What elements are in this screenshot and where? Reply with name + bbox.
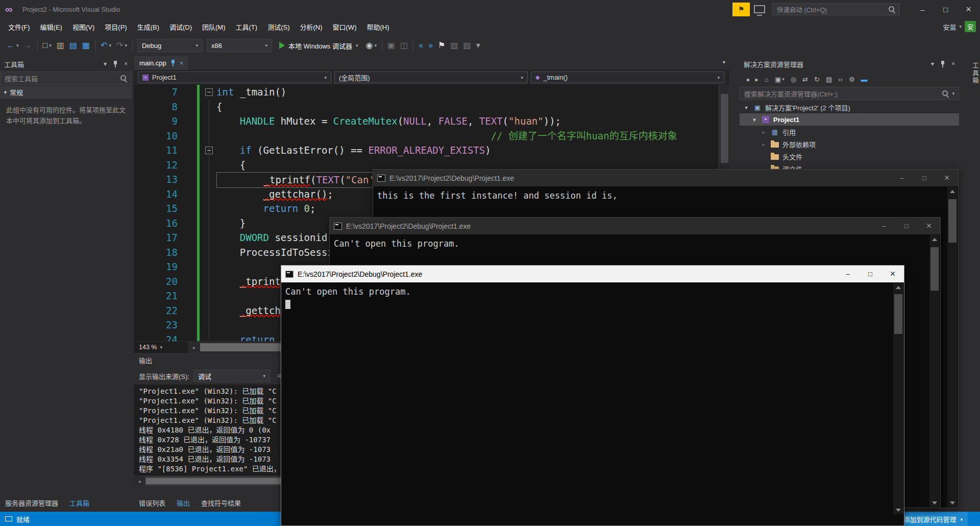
minimize-button[interactable] xyxy=(873,218,895,234)
navigate-back-button[interactable]: ←▾ xyxy=(4,38,21,53)
console-window-3[interactable]: E:\vs2017\Project2\Debug\Project1.exe Ca… xyxy=(281,265,904,526)
uncomment-button[interactable]: ▨ xyxy=(461,38,474,53)
minimize-button[interactable] xyxy=(837,266,859,282)
scroll-up-icon[interactable] xyxy=(929,235,940,244)
pin-icon[interactable] xyxy=(170,60,176,66)
minimize-button[interactable] xyxy=(911,0,934,18)
undo-button[interactable]: ↶▾ xyxy=(98,38,114,53)
tree-item-1[interactable]: 解决方案'Project2' (2 个项目) xyxy=(740,101,959,113)
user-avatar[interactable]: 安 xyxy=(965,21,976,32)
output-source-dropdown[interactable]: 调试 ▾ xyxy=(193,370,270,382)
pending-changes-icon[interactable]: ◎ xyxy=(789,76,798,83)
panel-tab-left-2[interactable]: 工具箱 xyxy=(69,498,89,508)
indent-button[interactable]: » xyxy=(426,38,435,53)
menu-item-4[interactable]: 项目(P) xyxy=(100,19,132,35)
bookmark-button[interactable]: ⚑ xyxy=(435,38,448,53)
toolbox-section-general[interactable]: ▾ 常规 xyxy=(0,86,132,99)
code-line-8[interactable]: 8{ xyxy=(134,100,729,114)
scope-dropdown[interactable]: (全局范围) ▾ xyxy=(334,71,528,83)
outdent-button[interactable]: « xyxy=(416,38,426,53)
menu-item-3[interactable]: 视图(V) xyxy=(67,19,100,35)
panel-tab-center-3[interactable]: 查找符号结果 xyxy=(201,498,241,508)
scroll-up-icon[interactable] xyxy=(947,187,958,196)
add-to-source-control-button[interactable]: 添加到源代码管理 ▴ xyxy=(898,512,968,526)
refresh-icon[interactable]: ↻ xyxy=(812,76,822,83)
project-dropdown[interactable]: + Project1 ▾ xyxy=(138,71,331,83)
code-line-9[interactable]: 9 HANDLE hMutex = CreateMutex(NULL, FALS… xyxy=(134,114,729,129)
close-button[interactable] xyxy=(957,0,980,18)
menu-item-10[interactable]: 分析(N) xyxy=(295,19,327,35)
console-scrollbar[interactable] xyxy=(947,187,958,507)
code-line-7[interactable]: 7int _tmain() xyxy=(134,85,729,100)
console-titlebar[interactable]: E:\vs2017\Project2\Debug\Project1.exe xyxy=(373,170,958,186)
console-titlebar[interactable]: E:\vs2017\Project2\Debug\Project1.exe xyxy=(330,218,940,234)
autohide-tab-toolbox[interactable]: 工具箱 xyxy=(959,62,980,85)
console-scrollbar[interactable] xyxy=(893,283,903,514)
menu-item-2[interactable]: 编辑(E) xyxy=(35,19,67,35)
navigate-to-button[interactable]: ◫ xyxy=(398,38,410,53)
code-line-10[interactable]: 10 // 创建了一个名字叫huan的互斥内核对象 xyxy=(134,129,729,144)
start-debugging-button[interactable]: 本地 Windows 调试器▾ xyxy=(274,38,363,53)
toolbar-overflow-button[interactable]: ▾ xyxy=(474,38,483,53)
pin-icon[interactable] xyxy=(113,61,118,67)
save-all-button[interactable]: ▦ xyxy=(80,38,92,53)
profiler-button[interactable]: ◉▾ xyxy=(363,38,379,53)
close-button[interactable] xyxy=(936,170,958,186)
home-icon[interactable]: ⌂ xyxy=(763,76,771,83)
sync-with-active-document-icon[interactable]: ⇄ xyxy=(800,76,810,83)
method-dropdown[interactable]: ◆ _tmain() ▾ xyxy=(531,71,724,83)
menu-item-12[interactable]: 帮助(H) xyxy=(361,19,394,35)
open-file-button[interactable]: ▥ xyxy=(54,38,67,53)
console-titlebar[interactable]: E:\vs2017\Project2\Debug\Project1.exe xyxy=(281,266,904,282)
tab-well-dropdown-icon[interactable]: ▾ xyxy=(723,59,725,65)
tree-item-4[interactable]: 外部依赖项 xyxy=(740,138,959,150)
forward-icon[interactable]: ▸ xyxy=(753,76,761,83)
titlebar[interactable]: ∞ Project2 - Microsoft Visual Studio ⚑ 快… xyxy=(0,0,980,18)
scroll-up-icon[interactable] xyxy=(893,283,903,292)
send-feedback-icon[interactable] xyxy=(754,5,765,13)
maximize-button[interactable] xyxy=(859,266,881,282)
tree-item-2[interactable]: +Project1 xyxy=(740,113,959,126)
solution-configuration-combo[interactable]: Debug▾ xyxy=(137,39,203,52)
menu-item-5[interactable]: 生成(B) xyxy=(132,19,164,35)
maximize-button[interactable] xyxy=(895,218,918,234)
feedback-flag-icon[interactable]: ⚑ xyxy=(732,3,750,16)
find-in-files-button[interactable]: ▣ xyxy=(385,38,398,53)
collapse-all-icon[interactable]: ▬ xyxy=(859,76,870,83)
new-file-button[interactable]: □▾ xyxy=(40,38,54,53)
solution-platform-combo[interactable]: x86▾ xyxy=(207,39,272,52)
close-icon[interactable]: × xyxy=(124,60,128,67)
solution-explorer-search-input[interactable]: 搜索解决方案资源管理器(Ctrl+;) ▾ xyxy=(740,87,959,100)
user-name[interactable]: 安苗 xyxy=(943,22,956,32)
tree-item-5[interactable]: 头文件 xyxy=(740,150,959,162)
toolbox-search-input[interactable]: 搜索工具箱 xyxy=(0,71,132,85)
tab-main-cpp[interactable]: main.cpp × xyxy=(134,56,188,70)
scroll-down-icon[interactable] xyxy=(947,498,958,507)
console-scrollbar[interactable] xyxy=(929,235,940,507)
menu-item-8[interactable]: 工具(T) xyxy=(231,19,263,35)
chevron-down-icon[interactable]: ▾ xyxy=(931,60,934,67)
zoom-selector[interactable]: 143 % ▾ xyxy=(134,344,188,351)
panel-tab-center-2[interactable]: 输出 xyxy=(177,498,190,508)
menu-item-9[interactable]: 测试(S) xyxy=(262,19,295,35)
comment-button[interactable]: ▧ xyxy=(448,38,460,53)
menu-item-11[interactable]: 窗口(W) xyxy=(328,19,362,35)
minimize-button[interactable] xyxy=(891,170,913,186)
view-code-icon[interactable]: ‹› xyxy=(836,76,845,83)
redo-button[interactable]: ↷▾ xyxy=(114,38,130,53)
show-all-files-icon[interactable]: ▤ xyxy=(824,76,834,83)
close-button[interactable] xyxy=(918,218,940,234)
scroll-left-icon[interactable]: ◂ xyxy=(188,342,199,353)
tree-item-3[interactable]: 引用 xyxy=(740,126,959,138)
maximize-button[interactable] xyxy=(934,0,957,18)
close-icon[interactable]: × xyxy=(951,60,955,67)
properties-icon[interactable]: ⚙ xyxy=(847,76,857,83)
scroll-left-icon[interactable]: ◂ xyxy=(134,476,145,486)
chevron-down-icon[interactable]: ▾ xyxy=(104,60,107,67)
scroll-down-icon[interactable] xyxy=(929,498,940,507)
code-line-11[interactable]: 11 if (GetLastError() == ERROR_ALREADY_E… xyxy=(134,143,729,158)
maximize-button[interactable] xyxy=(913,170,936,186)
fold-collapse-icon[interactable] xyxy=(205,88,213,96)
panel-tab-left-1[interactable]: 服务器资源管理器 xyxy=(5,498,58,508)
menu-item-1[interactable]: 文件(F) xyxy=(3,19,35,35)
